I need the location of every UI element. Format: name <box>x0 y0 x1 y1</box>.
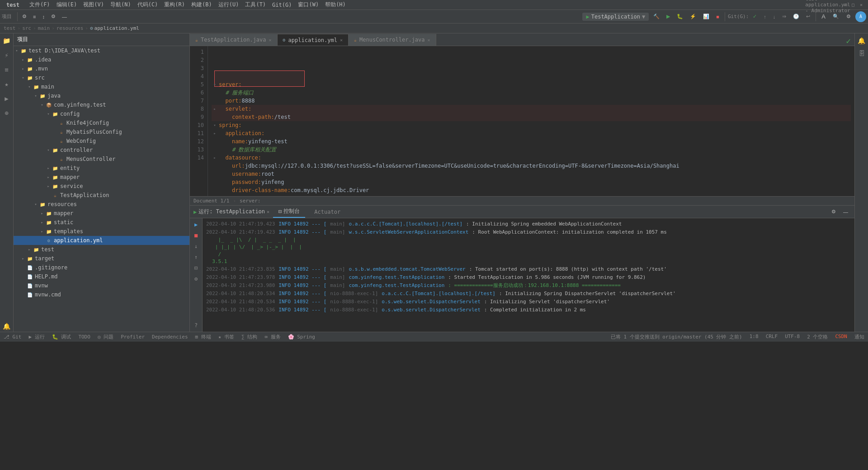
run-scroll-up-button[interactable]: ↑ <box>192 253 201 262</box>
fold-btn-6[interactable]: ▾ <box>212 122 218 128</box>
status-profiler[interactable]: Profiler <box>121 334 145 340</box>
git-push-button[interactable]: ↓ <box>770 11 778 22</box>
menu-build[interactable]: 构建(B) <box>189 1 215 9</box>
menu-refactor[interactable]: 重构(R) <box>161 1 188 9</box>
tree-item-Knife4jConfig[interactable]: ☕Knife4jConfig <box>14 118 189 127</box>
tree-item-main[interactable]: ▾📁main <box>14 82 189 91</box>
menu-tools[interactable]: 工具(T) <box>242 1 269 9</box>
tab-application-yml[interactable]: ⚙ application.yml ✕ <box>278 34 349 46</box>
stop-button[interactable]: ■ <box>713 11 722 22</box>
tree-item-mapper[interactable]: ▸📁mapper <box>14 173 189 182</box>
git-history-button[interactable]: 🕐 <box>790 11 802 22</box>
structure-icon[interactable]: ≡ <box>1 64 12 75</box>
tree-item-resources[interactable]: ▾📁resources <box>14 200 189 209</box>
right-database[interactable]: 🗄 <box>856 48 867 59</box>
tree-item-controller[interactable]: ▾📁controller <box>14 146 189 155</box>
menu-code[interactable]: 代码(C) <box>135 1 161 9</box>
line-ending-indicator[interactable]: CRLF <box>766 334 778 340</box>
coverage-button[interactable]: ⚡ <box>687 11 699 22</box>
tree-item-mvnw.cmd[interactable]: 📄mvnw.cmd <box>14 290 189 299</box>
tree-item-config[interactable]: ▾📁config <box>14 109 189 118</box>
debug-button[interactable]: 🐛 <box>674 11 686 22</box>
settings-gear-button[interactable]: ⚙ <box>844 11 854 22</box>
run-restart-button[interactable]: ▶ <box>192 220 201 229</box>
status-debug[interactable]: 🐛 调试 <box>52 334 71 340</box>
run-panel-minimize[interactable]: — <box>840 207 851 217</box>
tree-item-entity[interactable]: ▸📁entity <box>14 164 189 173</box>
tree-item-templates[interactable]: ▸📁templates <box>14 227 189 236</box>
status-services[interactable]: ∞ 服务 <box>264 334 280 340</box>
status-test[interactable]: TODO <box>78 334 90 340</box>
run-scroll-end-button[interactable]: ↓ <box>192 242 201 251</box>
code-content[interactable]: ▾server: # 服务端口 port: 8888▸ servlet: con… <box>208 46 854 196</box>
settings-button[interactable]: ⚙ <box>48 11 58 22</box>
tree-item-static[interactable]: ▸📁static <box>14 218 189 227</box>
run-tab-console[interactable]: ⊡ 控制台 <box>273 206 305 218</box>
search-everywhere-button[interactable]: 🔍 <box>830 11 842 22</box>
status-bookmarks[interactable]: ★ 书签 <box>218 334 234 340</box>
tree-item-HELP.md[interactable]: 📄HELP.md <box>14 272 189 281</box>
menu-run[interactable]: 运行(U) <box>216 1 242 9</box>
tree-item-test[interactable]: ▾📁test D:\IDEA_JAVA\test <box>14 46 189 55</box>
tree-item-test[interactable]: ▸📁test <box>14 245 189 254</box>
tree-item-mapper2[interactable]: ▸📁mapper <box>14 209 189 218</box>
menu-git[interactable]: Git(G) <box>269 2 294 8</box>
status-git[interactable]: ⎇ Git <box>4 334 22 340</box>
breadcrumb-resources[interactable]: resources <box>57 25 84 31</box>
project-icon[interactable]: 📁 <box>1 35 12 46</box>
close-tab-2[interactable]: ✕ <box>340 38 343 42</box>
menu-edit[interactable]: 编辑(E) <box>54 1 80 9</box>
status-spring[interactable]: 🌸 Spring <box>288 334 315 340</box>
status-run[interactable]: ▶ 运行 <box>29 334 45 340</box>
tree-item-mvn[interactable]: ▸📁.mvn <box>14 64 189 73</box>
run-tab-actuator[interactable]: Actuator <box>309 207 346 217</box>
menu-nav[interactable]: 导航(N) <box>108 1 134 9</box>
tree-item-idea[interactable]: ▸📁.idea <box>14 55 189 64</box>
menu-file[interactable]: 文件(F) <box>27 1 53 9</box>
tree-item-.gitignore[interactable]: 📄.gitignore <box>14 263 189 272</box>
maximize-button[interactable]: □ <box>850 2 856 8</box>
tree-item-src[interactable]: ▾📁src <box>14 73 189 82</box>
git-commit-button[interactable]: ↑ <box>761 11 769 22</box>
run-stop-button[interactable]: ■ <box>192 231 201 240</box>
run-config[interactable]: ▶ TestApplication ▼ <box>582 13 649 21</box>
breadcrumb-file[interactable]: ⚙ application.yml <box>90 25 139 31</box>
close-button[interactable]: ✕ <box>858 2 864 8</box>
status-problems[interactable]: ◎ 问题 <box>98 334 113 340</box>
status-deps[interactable]: Dependencies <box>152 334 188 340</box>
menu-view[interactable]: 视图(V) <box>80 1 107 9</box>
profile-button[interactable]: 📊 <box>700 11 712 22</box>
commit-icon[interactable]: ⚡ <box>1 50 12 61</box>
sync-button[interactable]: ⚙ <box>19 11 29 22</box>
code-editor[interactable]: 1234567891011121314 ▾server: # 服务端口 port… <box>190 46 854 196</box>
run-button[interactable]: ▶ <box>664 11 673 22</box>
run-dashboard-icon[interactable]: ▶ <box>1 93 12 104</box>
fold-btn-1[interactable]: ▾ <box>212 81 218 88</box>
tab-MenusController[interactable]: ☕ MenusController.java ✕ <box>349 34 436 46</box>
close-tab-1[interactable]: ✕ <box>269 38 272 42</box>
status-terminal[interactable]: ⊞ 终端 <box>195 334 211 340</box>
collapse-all-button[interactable]: ↕ <box>39 11 47 22</box>
tree-item-MenusController[interactable]: ☕MenusController <box>14 155 189 164</box>
bookmarks-icon[interactable]: ★ <box>1 79 12 89</box>
tree-item-java[interactable]: ▾📁java <box>14 91 189 100</box>
tree-item-mvnw[interactable]: 📄mvnw <box>14 281 189 290</box>
user-avatar[interactable]: A <box>855 11 866 22</box>
breadcrumb-src[interactable]: src <box>22 25 31 31</box>
notifications-icon[interactable]: 🔔 <box>1 321 12 332</box>
breadcrumb-main[interactable]: main <box>38 25 50 31</box>
run-panel-close[interactable]: ✕ <box>267 209 269 214</box>
breadcrumb-test[interactable]: test <box>4 25 16 31</box>
tree-item-WebConfig[interactable]: ☕WebConfig <box>14 136 189 146</box>
fold-btn-7[interactable]: ▸ <box>212 130 218 136</box>
run-help-button[interactable]: ? <box>192 321 201 330</box>
endpoints-icon[interactable]: ⊕ <box>1 108 12 118</box>
run-settings-button[interactable]: ⚙ <box>192 274 201 283</box>
run-filter-button[interactable]: ⊡ <box>192 263 201 273</box>
menu-help[interactable]: 帮助(H) <box>322 1 349 9</box>
build-button[interactable]: 🔨 <box>651 11 662 22</box>
minimize-button[interactable]: — <box>842 2 848 8</box>
tree-item-application.yml[interactable]: ⚙application.yml <box>14 236 189 245</box>
encoding-indicator[interactable]: UTF-8 <box>785 334 800 340</box>
fold-btn-10[interactable]: ▸ <box>212 155 218 161</box>
